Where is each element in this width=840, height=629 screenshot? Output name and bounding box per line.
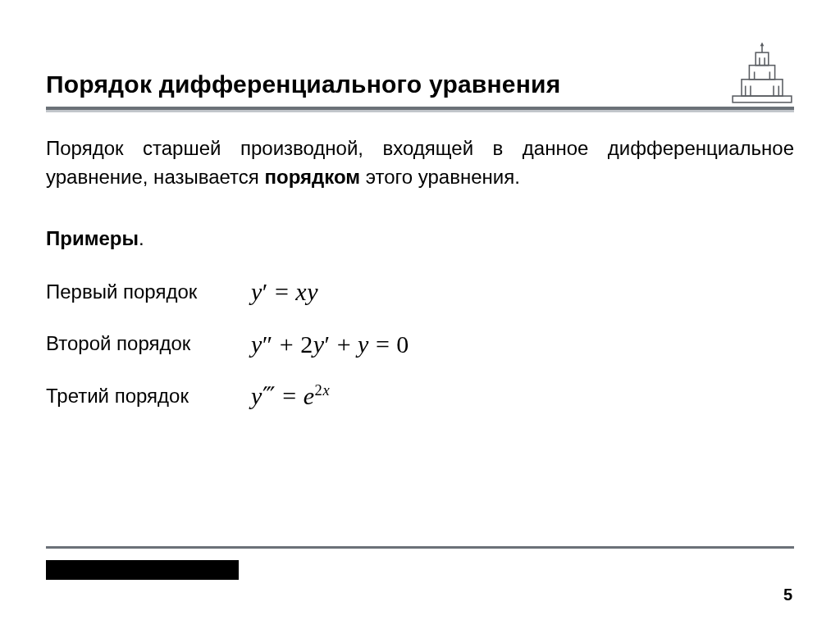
page-number: 5 (783, 586, 792, 604)
examples-list: Первый порядок y′ = xy Второй порядок y″… (46, 274, 794, 414)
svg-marker-5 (760, 43, 765, 47)
svg-rect-2 (749, 66, 774, 80)
footer: 5 (46, 546, 794, 580)
footer-divider (46, 546, 794, 549)
definition-bold: порядком (264, 166, 360, 188)
examples-heading: Примеры. (46, 225, 794, 253)
footer-bar (46, 560, 239, 580)
example-row: Первый порядок y′ = xy (46, 274, 794, 310)
example-label: Первый порядок (46, 278, 251, 307)
example-formula-third: y‴ = e2x (251, 378, 330, 414)
svg-rect-1 (742, 80, 783, 96)
example-row: Второй порядок y″ + 2y′ + y = 0 (46, 326, 794, 362)
examples-dot: . (139, 227, 144, 249)
example-row: Третий порядок y‴ = e2x (46, 378, 794, 414)
page-title: Порядок дифференциального уравнения (46, 71, 560, 98)
example-label: Второй порядок (46, 330, 251, 358)
examples-label-text: Примеры (46, 227, 139, 249)
definition-post: этого уравнения. (360, 166, 520, 188)
example-label: Третий порядок (46, 382, 251, 411)
example-formula-first: y′ = xy (251, 274, 318, 310)
svg-rect-3 (756, 52, 769, 66)
msu-logo-icon (730, 41, 794, 105)
definition-text: Порядок старшей производной, входящей в … (46, 134, 794, 192)
header-divider (46, 107, 794, 110)
body: Порядок старшей производной, входящей в … (46, 134, 794, 414)
example-formula-second: y″ + 2y′ + y = 0 (251, 326, 409, 362)
header: Порядок дифференциального уравнения (46, 41, 794, 103)
slide: Порядок дифференциального уравнения (0, 0, 840, 629)
svg-rect-0 (733, 96, 792, 103)
